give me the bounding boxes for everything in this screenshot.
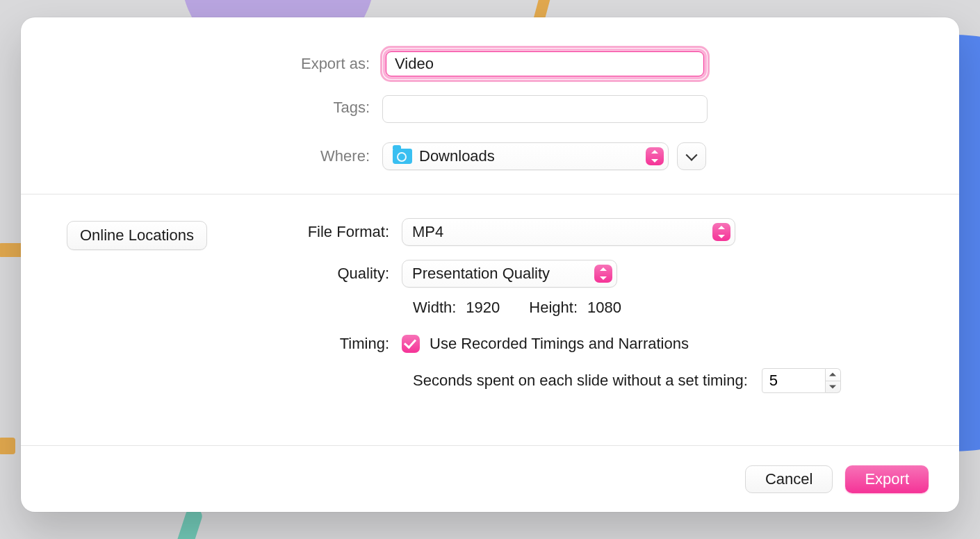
quality-label: Quality:: [256, 265, 402, 283]
stepper-up-icon[interactable]: [826, 369, 840, 381]
export-options: Online Locations File Format: MP4 Qualit…: [21, 194, 959, 445]
dimensions-readout: Width: 1920 Height: 1080: [413, 299, 924, 317]
export-sheet: Export as: Tags: Where: Downloads: [21, 17, 959, 512]
online-locations-button[interactable]: Online Locations: [67, 221, 207, 250]
height-value: 1080: [587, 299, 621, 317]
quality-value: Presentation Quality: [412, 265, 550, 283]
where-label: Where:: [21, 147, 382, 165]
save-panel: Export as: Tags: Where: Downloads: [21, 17, 959, 194]
updown-icon: [594, 265, 612, 283]
seconds-per-slide-label: Seconds spent on each slide without a se…: [413, 372, 748, 390]
decor-blob: [0, 438, 15, 454]
disclosure-button[interactable]: [677, 142, 706, 170]
height-label: Height:: [529, 299, 578, 317]
updown-icon: [712, 223, 730, 241]
timing-label: Timing:: [256, 335, 402, 353]
where-value: Downloads: [419, 147, 495, 165]
stepper-down-icon[interactable]: [826, 381, 840, 393]
where-select[interactable]: Downloads: [382, 142, 669, 170]
seconds-per-slide-stepper[interactable]: [762, 368, 841, 393]
dialog-footer: Cancel Export: [21, 445, 959, 512]
tags-label: Tags:: [21, 99, 382, 117]
use-recorded-timings-checkbox[interactable]: [402, 335, 420, 353]
export-as-label: Export as:: [21, 55, 382, 73]
cancel-button[interactable]: Cancel: [745, 465, 833, 493]
tags-input[interactable]: [382, 95, 708, 123]
export-button[interactable]: Export: [845, 465, 929, 493]
seconds-per-slide-input[interactable]: [762, 368, 826, 393]
updown-icon: [646, 147, 664, 165]
quality-select[interactable]: Presentation Quality: [402, 260, 617, 288]
file-format-value: MP4: [412, 223, 443, 241]
width-label: Width:: [413, 299, 456, 317]
width-value: 1920: [466, 299, 500, 317]
file-format-label: File Format:: [256, 223, 402, 241]
filename-input[interactable]: [386, 51, 704, 76]
folder-icon: [393, 149, 412, 164]
filename-focus-ring: [382, 48, 708, 80]
use-recorded-timings-label: Use Recorded Timings and Narrations: [430, 335, 689, 353]
file-format-select[interactable]: MP4: [402, 218, 735, 246]
